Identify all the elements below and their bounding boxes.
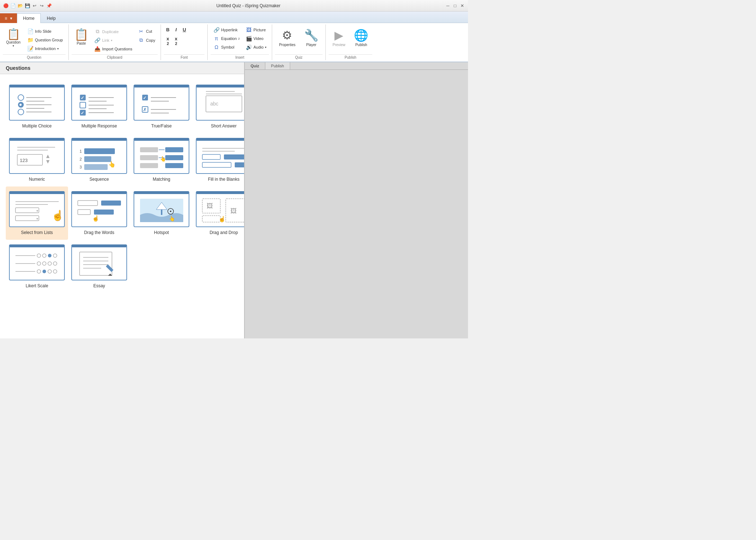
matching-card: 👆: [134, 138, 189, 174]
svg-rect-102: [106, 264, 113, 272]
insert-group-label-bottom: Insert: [211, 54, 269, 60]
introduction-label: Introduction: [35, 46, 55, 51]
properties-button[interactable]: ⚙ Properties: [275, 26, 300, 49]
copy-icon: ⧉: [138, 37, 144, 43]
equation-icon: π: [213, 36, 220, 41]
audio-icon: 🔊: [246, 44, 252, 50]
svg-text:🖼: 🖼: [207, 202, 213, 210]
copy-button[interactable]: ⧉ Copy: [135, 36, 158, 44]
equation-button[interactable]: π Equation 2: [211, 35, 242, 42]
svg-rect-61: [15, 208, 39, 213]
matching-svg: 👆: [136, 142, 187, 172]
audio-button[interactable]: 🔊 Audio ▾: [243, 43, 269, 51]
pin-icon[interactable]: 📌: [46, 3, 52, 9]
player-button[interactable]: 🔧 Player: [300, 26, 323, 49]
preview-icon: ▶: [334, 28, 343, 42]
question-type-matching[interactable]: 👆 Matching: [130, 133, 193, 186]
introduction-dropdown[interactable]: ▾: [57, 47, 59, 50]
hyperlink-button[interactable]: 🔗 Hyperlink: [211, 26, 242, 34]
duplicate-button[interactable]: ⧉ Duplicate: [92, 27, 135, 36]
svg-rect-49: [165, 163, 183, 168]
question-type-multiple-response[interactable]: ✓ ✓ Multiple Response: [68, 80, 130, 133]
question-type-hotspot[interactable]: 👆 Hotspot: [130, 186, 193, 240]
question-type-true-false[interactable]: ✓ ✗ True/False: [130, 80, 193, 133]
svg-rect-72: [161, 210, 162, 215]
close-btn[interactable]: ✕: [459, 3, 465, 9]
svg-point-3: [18, 109, 24, 115]
italic-button[interactable]: I: [172, 26, 180, 33]
new-icon[interactable]: 📄: [10, 3, 16, 9]
link-dropdown[interactable]: ▾: [111, 39, 112, 42]
open-icon[interactable]: 📂: [17, 3, 23, 9]
question-type-fill-in-blanks[interactable]: Fill in the Blanks: [193, 133, 245, 186]
video-button[interactable]: 🎬 Video: [243, 35, 269, 42]
publish-button[interactable]: 🌐 Publish: [350, 26, 372, 49]
tab-home[interactable]: Home: [17, 13, 41, 23]
symbol-icon: Ω: [213, 44, 220, 50]
svg-text:▾: ▾: [36, 209, 38, 213]
svg-rect-48: [140, 163, 158, 168]
picture-button[interactable]: 🖼 Picture: [243, 26, 269, 34]
bold-button[interactable]: B: [164, 26, 172, 33]
undo-icon[interactable]: ↩: [32, 3, 37, 9]
questions-grid: Multiple Choice ✓ ✓: [0, 74, 244, 299]
redo-icon[interactable]: ↪: [39, 3, 45, 9]
svg-rect-45: [165, 147, 183, 152]
numeric-card: 123 ▲ ▼: [9, 138, 65, 174]
svg-point-89: [42, 262, 46, 265]
question-main-button[interactable]: 📋 Question ▾: [3, 26, 24, 49]
publish-tab[interactable]: Publish: [265, 62, 290, 69]
question-type-select-from-lists[interactable]: ▾ ▾ Select from Lists ☝: [6, 186, 68, 240]
ribbon-group-insert: 🔗 Hyperlink π Equation 2 Ω Symbol 🖼 Pict…: [208, 24, 272, 60]
audio-dropdown[interactable]: ▾: [265, 46, 266, 49]
quiz-tab[interactable]: Quiz: [245, 62, 265, 69]
preview-button[interactable]: ▶ Preview: [329, 26, 350, 49]
link-button[interactable]: 🔗 Link ▾: [92, 36, 135, 44]
numeric-label: Numeric: [29, 177, 45, 182]
minimize-btn[interactable]: ─: [445, 3, 451, 9]
question-type-numeric[interactable]: 123 ▲ ▼ Numeric: [6, 133, 68, 186]
svg-rect-44: [140, 147, 158, 152]
superscript-button[interactable]: x2: [172, 35, 180, 47]
question-type-drag-and-drop[interactable]: 🖼 🖼 ☝ Drag and Drop: [193, 186, 245, 240]
import-questions-button[interactable]: 📥 Import Questions: [92, 45, 135, 53]
quiz-group-content: ⚙ Properties 🔧 Player: [275, 24, 323, 54]
sequence-card: 1 2 3 👆: [71, 138, 127, 174]
ribbon-tabs: ≡ ▾ Home Help: [0, 12, 468, 23]
home-tab-dropdown[interactable]: ▾: [10, 16, 12, 21]
svg-point-85: [48, 254, 51, 257]
short-answer-label: Short Answer: [211, 123, 237, 129]
cut-button[interactable]: ✂ Cut: [135, 27, 158, 35]
info-slide-button[interactable]: 📄 Info Slide: [24, 27, 66, 35]
question-type-essay[interactable]: Essay: [68, 240, 130, 293]
publish-icon: 🌐: [354, 28, 368, 42]
question-type-multiple-choice[interactable]: Multiple Choice: [6, 80, 68, 133]
import-questions-label: Import Questions: [102, 47, 132, 51]
likert-scale-svg: [12, 248, 62, 279]
maximize-btn[interactable]: □: [452, 3, 458, 9]
tab-home-icon[interactable]: ≡ ▾: [0, 13, 17, 23]
picture-icon: 🖼: [246, 27, 252, 33]
question-type-short-answer[interactable]: abc Short Answer: [193, 80, 245, 133]
save-icon[interactable]: 💾: [24, 3, 30, 9]
introduction-button[interactable]: 📝 Introduction ▾: [24, 45, 66, 53]
symbol-label: Symbol: [221, 45, 234, 49]
ribbon-group-question: 📋 Question ▾ 📄 Info Slide 📁 Question Gro…: [0, 24, 69, 60]
svg-rect-58: [235, 162, 245, 167]
question-type-drag-the-words[interactable]: ☝ Drag the Words: [68, 186, 130, 240]
symbol-button[interactable]: Ω Symbol: [211, 43, 242, 51]
tab-help[interactable]: Help: [41, 13, 62, 23]
drag-and-drop-svg: 🖼 🖼 ☝: [199, 195, 245, 226]
quiz-group-label-bottom: Quiz: [275, 54, 323, 60]
paste-icon: 📋: [74, 28, 89, 41]
font-controls: B I U x2 x2: [164, 26, 188, 47]
question-group-button[interactable]: 📁 Question Group: [24, 36, 66, 44]
svg-rect-47: [165, 155, 183, 160]
question-type-likert-scale[interactable]: Likert Scale: [6, 240, 68, 293]
question-type-sequence[interactable]: 1 2 3 👆 Sequence: [68, 133, 130, 186]
underline-button[interactable]: U: [180, 26, 188, 33]
paste-button[interactable]: 📋 Paste: [72, 26, 91, 47]
svg-rect-46: [140, 155, 158, 160]
svg-rect-68: [94, 210, 114, 215]
subscript-button[interactable]: x2: [164, 35, 172, 47]
